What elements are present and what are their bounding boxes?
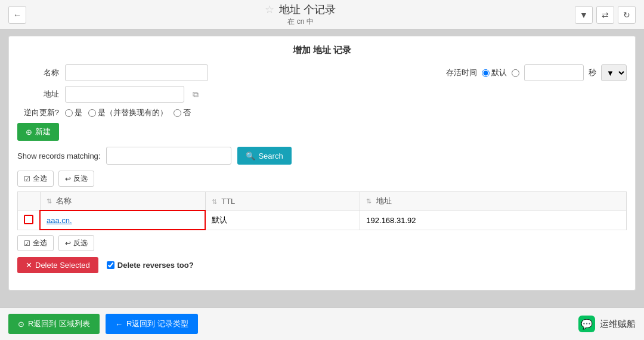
main-content: 增加 地址 记录 名称 存活时间 默认 秒 ▼ 地址 ⧉ 逆向更新? — [8, 36, 636, 290]
row-name-cell: aaa.cn. — [40, 211, 205, 230]
table-header-address: ⇅ 地址 — [360, 192, 627, 211]
ttl-custom-radio-label[interactable] — [512, 69, 519, 77]
top-bar-right: ▼ ⇄ ↻ — [575, 6, 636, 24]
ttl-section: 存活时间 默认 秒 ▼ — [446, 64, 627, 81]
back-to-record-type-button[interactable]: ← R返回到 记录类型 — [106, 314, 198, 334]
reverse-radio-group: 是 是（并替换现有的） 否 — [65, 107, 191, 118]
bottom-select-all-icon: ☑ — [24, 239, 30, 248]
reverse-no-label[interactable]: 否 — [174, 107, 191, 118]
back-zone-icon: ⊙ — [18, 320, 24, 329]
footer-buttons: ⊙ R返回到 区域列表 ← R返回到 记录类型 — [8, 314, 198, 334]
bottom-invert-icon: ↩ — [65, 239, 71, 248]
name-input[interactable] — [65, 64, 208, 81]
table-header-checkbox — [18, 192, 41, 211]
row-ttl-cell: 默认 — [205, 211, 360, 230]
search-icon: 🔍 — [246, 152, 255, 160]
ttl-default-radio-label[interactable]: 默认 — [482, 67, 507, 78]
delete-reverses-label[interactable]: Delete reverses too? — [107, 261, 194, 270]
back-type-icon: ← — [115, 320, 123, 329]
row-checkbox[interactable] — [24, 215, 33, 224]
row-address-cell: 192.168.31.92 — [360, 211, 627, 230]
reverse-no-radio[interactable] — [174, 109, 181, 117]
row-ttl-value: 默认 — [212, 215, 227, 224]
addr-label: 地址 — [17, 89, 59, 100]
star-icon[interactable]: ☆ — [265, 3, 274, 16]
search-label: Show records matching: — [17, 152, 100, 160]
top-bar-center: ☆ 地址 个记录 在 cn 中 — [26, 2, 575, 27]
page-subtitle: 在 cn 中 — [26, 17, 575, 27]
search-input[interactable] — [106, 147, 231, 165]
top-select-row: ☑ 全选 ↩ 反选 — [17, 171, 627, 187]
ttl-label: 存活时间 — [446, 67, 477, 78]
delete-icon: ✕ — [26, 261, 32, 270]
name-row: 名称 存活时间 默认 秒 ▼ — [17, 64, 627, 81]
footer-bar: ⊙ R返回到 区域列表 ← R返回到 记录类型 💬 运维贼船 — [0, 307, 644, 340]
table-header-ttl: ⇅ TTL — [205, 192, 360, 211]
invert-icon: ↩ — [65, 175, 71, 183]
bottom-invert-button[interactable]: ↩ 反选 — [58, 235, 94, 251]
ttl-input[interactable] — [524, 64, 584, 81]
new-button[interactable]: ⊕ 新建 — [17, 123, 59, 141]
wechat-icon: 💬 — [578, 316, 595, 332]
reverse-label: 逆向更新? — [17, 107, 59, 118]
new-icon: ⊕ — [26, 128, 32, 137]
select-all-icon: ☑ — [24, 175, 30, 183]
ttl-unit: 秒 — [589, 67, 596, 78]
select-all-button[interactable]: ☑ 全选 — [17, 171, 54, 187]
copy-icon[interactable]: ⧉ — [193, 89, 199, 100]
page-title-row: ☆ 地址 个记录 — [26, 2, 575, 17]
filter-button[interactable]: ▼ — [575, 6, 593, 24]
back-button[interactable]: ← — [8, 6, 26, 24]
addr-row: 地址 ⧉ — [17, 86, 627, 103]
reverse-yes-label[interactable]: 是 — [65, 107, 82, 118]
footer-brand: 💬 运维贼船 — [578, 316, 636, 332]
row-checkbox-cell — [18, 211, 41, 230]
row-name-link[interactable]: aaa.cn. — [47, 216, 72, 225]
name-label: 名称 — [17, 67, 59, 78]
row-address-value: 192.168.31.92 — [366, 216, 416, 225]
reverse-yes-replace-radio[interactable] — [88, 109, 96, 117]
addr-input[interactable] — [65, 86, 184, 103]
top-bar-left: ← — [8, 6, 26, 24]
sort-addr-icon[interactable]: ⇅ — [366, 197, 371, 205]
delete-selected-button[interactable]: ✕ Delete Selected — [17, 257, 98, 273]
page-title: 地址 个记录 — [279, 2, 336, 17]
invert-select-button[interactable]: ↩ 反选 — [58, 171, 94, 187]
search-button[interactable]: 🔍 Search — [237, 147, 291, 165]
table-row: aaa.cn. 默认 192.168.31.92 — [18, 211, 627, 230]
table-header-row: ⇅ 名称 ⇅ TTL ⇅ 地址 — [18, 192, 627, 211]
delete-row: ✕ Delete Selected Delete reverses too? — [17, 257, 627, 273]
search-row: Show records matching: 🔍 Search — [17, 147, 627, 165]
reverse-row: 逆向更新? 是 是（并替换现有的） 否 — [17, 107, 627, 118]
delete-reverses-checkbox[interactable] — [107, 261, 114, 269]
refresh-button[interactable]: ↻ — [618, 6, 636, 24]
records-table: ⇅ 名称 ⇅ TTL ⇅ 地址 aaa.cn. — [17, 191, 627, 230]
table-header-name: ⇅ 名称 — [40, 192, 205, 211]
brand-text: 运维贼船 — [600, 319, 636, 330]
bottom-select-row: ☑ 全选 ↩ 反选 — [17, 235, 627, 251]
sync-button[interactable]: ⇄ — [596, 6, 614, 24]
ttl-custom-radio[interactable] — [512, 69, 519, 77]
bottom-select-all-button[interactable]: ☑ 全选 — [17, 235, 54, 251]
ttl-unit-select[interactable]: ▼ — [601, 64, 627, 81]
reverse-yes-replace-label[interactable]: 是（并替换现有的） — [88, 107, 168, 118]
sort-ttl-icon[interactable]: ⇅ — [212, 198, 217, 205]
reverse-yes-radio[interactable] — [65, 109, 73, 117]
section-title: 增加 地址 记录 — [17, 45, 627, 56]
ttl-default-radio[interactable] — [482, 69, 490, 77]
top-bar: ← ☆ 地址 个记录 在 cn 中 ▼ ⇄ ↻ — [0, 0, 644, 30]
back-to-zone-button[interactable]: ⊙ R返回到 区域列表 — [8, 314, 100, 334]
sort-name-icon[interactable]: ⇅ — [47, 197, 52, 205]
